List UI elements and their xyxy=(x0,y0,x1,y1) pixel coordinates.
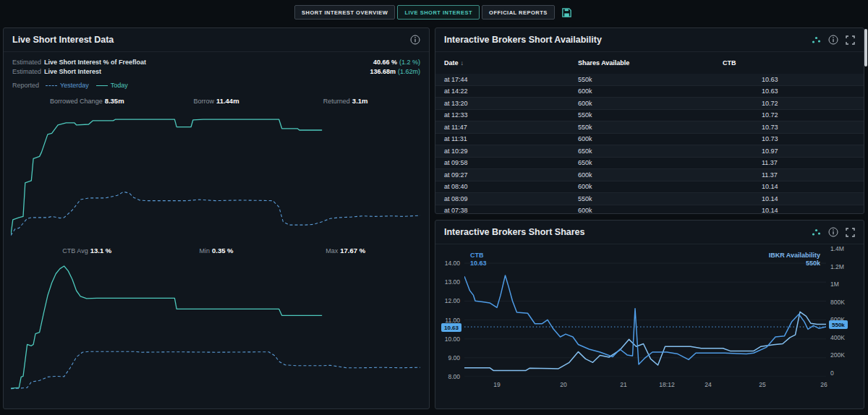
availability-current-badge: 550k xyxy=(829,320,848,329)
page-scrollbar-thumb[interactable] xyxy=(864,29,867,67)
availability-legend: IBKR Availability 550k xyxy=(769,252,820,268)
table-row[interactable]: at 08:40600k10.14 xyxy=(435,181,864,194)
panel-title-availability: Interactive Brokers Short Availability xyxy=(444,35,602,45)
expand-icon[interactable] xyxy=(846,228,855,237)
stat-row: EstimatedLive Short Interest136.68m(1.62… xyxy=(12,67,420,77)
chart-stat-value: 0.35 % xyxy=(212,247,234,254)
info-icon[interactable] xyxy=(410,35,420,45)
tab-live-short-interest[interactable]: LIVE SHORT INTEREST xyxy=(397,5,480,20)
tab-official-reports[interactable]: OFFICIAL REPORTS xyxy=(482,5,555,20)
live-short-interest-panel: Live Short Interest Data EstimatedLive S… xyxy=(3,27,430,409)
chart-stat-label: Borrowed Change xyxy=(50,98,103,105)
stat-name: Live Short Interest xyxy=(44,68,101,75)
save-button[interactable] xyxy=(560,6,574,20)
chart-stat-value: 3.1m xyxy=(352,97,368,105)
legend-yesterday[interactable]: Yesterday xyxy=(46,82,89,89)
table-row[interactable]: at 09:58650k11.37 xyxy=(435,158,864,170)
info-icon[interactable] xyxy=(828,227,838,237)
cell-ctb: 10.73 xyxy=(723,124,855,131)
table-row[interactable]: at 11:31600k10.73 xyxy=(435,134,864,146)
legend-today[interactable]: Today xyxy=(96,82,128,89)
chart-stat-value: 17.67 % xyxy=(340,247,365,254)
shares-plot[interactable]: CTB 10.63 IBKR Availability 550k xyxy=(464,249,826,377)
ctb-legend-label: CTB xyxy=(470,252,487,260)
cell-shares: 550k xyxy=(578,124,723,131)
right-axis-tick: 1.4M xyxy=(830,245,844,252)
cell-shares: 550k xyxy=(578,111,723,119)
column-ctb[interactable]: CTB xyxy=(723,59,855,67)
table-row[interactable]: at 07:38600k10.14 xyxy=(435,205,864,215)
stat-prefix: Estimated xyxy=(12,59,41,66)
cell-date: at 17:44 xyxy=(444,76,578,83)
right-axis: 1.4M1.2M1M800K600K400K200K0 xyxy=(830,249,861,377)
cell-date: at 09:27 xyxy=(444,171,578,179)
table-row[interactable]: at 12:33550k10.72 xyxy=(435,110,864,122)
cell-ctb: 10.72 xyxy=(723,100,855,107)
stat-value: 136.68m(1.62m) xyxy=(370,67,420,77)
column-date[interactable]: Date↓ xyxy=(444,59,578,67)
main-content: Live Short Interest Data EstimatedLive S… xyxy=(0,25,868,409)
cell-ctb: 10.63 xyxy=(723,76,855,83)
x-axis-tick: 26 xyxy=(820,381,827,388)
chart1-stats: Borrowed Change8.35mBorrow11.44mReturned… xyxy=(4,89,429,105)
scatter-dots-icon[interactable] xyxy=(811,35,821,45)
cell-ctb: 10.73 xyxy=(723,135,855,142)
cell-shares: 600k xyxy=(578,100,723,107)
x-axis-tick: 19 xyxy=(493,381,500,388)
x-axis-tick: 24 xyxy=(705,381,711,388)
stat-name: Live Short Interest % of Freefloat xyxy=(44,59,146,66)
panel-title-short-shares: Interactive Brokers Short Shares xyxy=(444,227,585,237)
cell-ctb: 10.14 xyxy=(723,183,855,190)
stat-row: EstimatedLive Short Interest % of Freefl… xyxy=(12,58,420,67)
reported-legend: YesterdayToday xyxy=(46,82,128,89)
table-header: Date↓ Shares Available CTB xyxy=(435,52,864,74)
reported-row: Reported YesterdayToday xyxy=(4,77,429,89)
left-axis-tick: 14.00 xyxy=(445,260,460,267)
tab-short-interest-overview[interactable]: SHORT INTEREST OVERVIEW xyxy=(294,5,395,20)
sort-desc-icon[interactable]: ↓ xyxy=(461,59,464,67)
info-icon[interactable] xyxy=(828,35,838,45)
right-axis-tick: 200K xyxy=(830,351,845,359)
scatter-dots-icon[interactable] xyxy=(811,227,821,237)
cell-date: at 10:29 xyxy=(444,147,578,155)
cell-shares: 600k xyxy=(578,183,723,190)
table-row[interactable]: at 14:22600k10.63 xyxy=(435,86,864,98)
right-axis-tick: 400K xyxy=(830,334,845,341)
cell-shares: 600k xyxy=(578,171,723,179)
expand-icon[interactable] xyxy=(846,35,855,45)
ctb-current-badge: 10.63 xyxy=(441,323,461,332)
cell-date: at 14:22 xyxy=(444,87,578,95)
table-row[interactable]: at 10:29650k10.97 xyxy=(435,145,864,158)
cell-date: at 12:33 xyxy=(444,111,578,119)
right-axis-tick: 1M xyxy=(830,281,839,288)
table-row[interactable]: at 13:20600k10.72 xyxy=(435,98,864,110)
cell-ctb: 10.72 xyxy=(723,111,855,119)
table-row[interactable]: at 11:47550k10.73 xyxy=(435,121,864,134)
column-shares-available[interactable]: Shares Available xyxy=(578,59,723,67)
chart-stat-label: Borrow xyxy=(193,98,214,105)
cell-shares: 650k xyxy=(578,159,723,166)
ctb-percent-chart xyxy=(11,257,420,391)
left-axis: 14.0013.0012.0011.0010.009.008.00 xyxy=(435,249,460,377)
table-row[interactable]: at 17:44550k10.63 xyxy=(435,74,864,86)
cell-shares: 600k xyxy=(578,207,723,214)
shares-chart-region: 14.0013.0012.0011.0010.009.008.00 CTB 10… xyxy=(435,244,864,409)
borrow-flow-chart xyxy=(11,107,420,239)
cell-ctb: 10.14 xyxy=(723,207,855,214)
left-axis-tick: 11.00 xyxy=(445,317,460,324)
availability-legend-value: 550k xyxy=(769,260,820,268)
chart-stat: Max17.67 % xyxy=(281,247,410,254)
availability-legend-label: IBKR Availability xyxy=(769,252,820,260)
chart2-stats: CTB Avg13.1 %Min0.35 %Max17.67 % xyxy=(4,239,429,254)
availability-table-body: at 17:44550k10.63at 14:22600k10.63at 13:… xyxy=(435,74,864,214)
ibkr-availability-panel: Interactive Brokers Short Availability D… xyxy=(435,27,864,214)
topbar: SHORT INTEREST OVERVIEWLIVE SHORT INTERE… xyxy=(0,0,868,25)
ibkr-shares-chart xyxy=(464,249,826,377)
cell-date: at 13:20 xyxy=(444,100,578,107)
panel-title-live-data: Live Short Interest Data xyxy=(12,35,114,45)
chart-stat-label: Max xyxy=(326,247,338,254)
table-row[interactable]: at 09:27600k11.37 xyxy=(435,169,864,181)
table-row[interactable]: at 08:09550k10.14 xyxy=(435,193,864,205)
x-axis-tick: 18:12 xyxy=(659,381,674,388)
cell-shares: 550k xyxy=(578,76,723,83)
